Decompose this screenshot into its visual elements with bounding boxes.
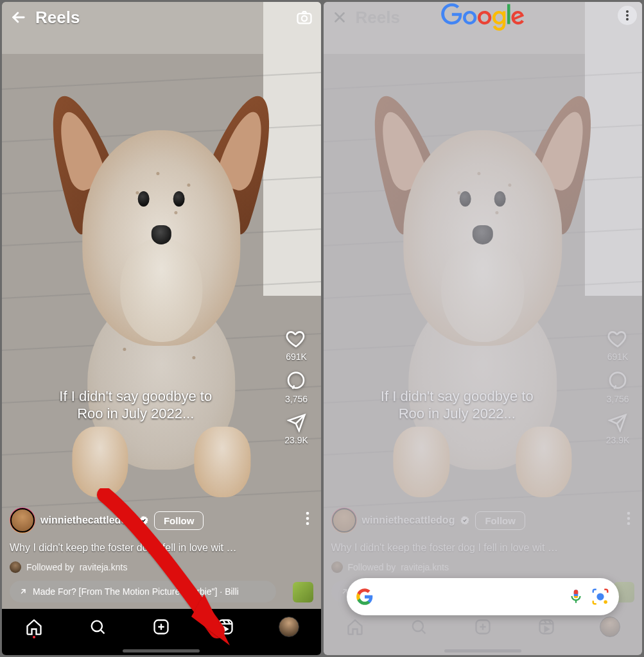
- comment-count: 3,756: [285, 394, 308, 404]
- more-options-icon: [627, 511, 631, 528]
- followed-by-prefix: Followed by: [348, 562, 396, 572]
- reels-title: Reels: [356, 8, 400, 28]
- followed-by-user: raviteja.knts: [80, 562, 128, 572]
- share-button: 23.9K: [606, 413, 630, 445]
- nav-profile-avatar[interactable]: [275, 613, 303, 641]
- google-search-bar[interactable]: [347, 578, 620, 615]
- follow-button[interactable]: Follow: [154, 511, 204, 530]
- svg-point-13: [627, 512, 631, 515]
- description-text: Why I didn't keep the foster dog I fell …: [331, 542, 598, 554]
- followed-by-prefix: Followed by: [26, 562, 74, 572]
- reels-header: Reels: [2, 2, 321, 33]
- svg-point-16: [596, 593, 604, 600]
- camera-icon[interactable]: [295, 8, 313, 26]
- svg-point-9: [626, 10, 629, 13]
- account-row[interactable]: winniethecattledog Follow: [10, 508, 204, 533]
- author-avatar: [331, 508, 357, 533]
- svg-point-18: [413, 621, 423, 631]
- reel-video-frame[interactable]: [2, 2, 321, 655]
- follower-avatar: [10, 561, 21, 573]
- svg-point-1: [301, 16, 306, 21]
- nav-search-icon[interactable]: [83, 613, 112, 641]
- svg-point-3: [306, 512, 309, 515]
- google-mic-icon[interactable]: [568, 588, 584, 605]
- verified-badge-icon: [139, 515, 149, 525]
- caption-overlay: If I didn't say goodbye to Roo in July 2…: [2, 388, 270, 423]
- svg-rect-20: [540, 620, 553, 634]
- svg-point-4: [306, 517, 309, 520]
- gesture-home-indicator[interactable]: [123, 649, 200, 653]
- gesture-home-indicator[interactable]: [444, 649, 521, 653]
- audio-pill[interactable]: Made For? [From The Motion Picture "Barb…: [10, 581, 276, 602]
- svg-point-15: [627, 522, 631, 525]
- account-row: winniethecattledog Follow: [331, 508, 525, 533]
- comparison-stage: Reels If I didn't say goodbye to Roo in …: [0, 0, 644, 657]
- audio-album-art[interactable]: [293, 582, 313, 602]
- like-count: 691K: [286, 352, 307, 362]
- svg-point-10: [626, 14, 629, 17]
- share-button[interactable]: 23.9K: [284, 413, 308, 445]
- google-search-input[interactable]: [380, 589, 562, 605]
- author-avatar[interactable]: [10, 508, 35, 533]
- followed-by-row[interactable]: Followed by raviteja.knts: [10, 561, 127, 573]
- caption-line-1: If I didn't say goodbye to: [336, 388, 579, 405]
- action-rail: 691K 3,756 23.9K: [277, 328, 316, 445]
- google-g-icon: [356, 588, 374, 606]
- audio-row[interactable]: Made For? [From The Motion Picture "Barb…: [10, 581, 276, 602]
- follow-button: Follow: [475, 511, 525, 530]
- nav-profile-avatar: [596, 613, 624, 641]
- comment-button[interactable]: 3,756: [285, 371, 308, 404]
- comment-count: 3,756: [606, 394, 629, 404]
- phone-left: Reels If I didn't say goodbye to Roo in …: [2, 2, 321, 655]
- share-count: 23.9K: [606, 435, 630, 445]
- nav-search-icon: [405, 613, 433, 641]
- bottom-nav-bar: [324, 609, 643, 655]
- caption-line-2: Roo in July 2022...: [336, 405, 579, 423]
- like-button: 691K: [607, 328, 629, 362]
- more-options-icon[interactable]: [306, 511, 309, 528]
- share-count: 23.9K: [284, 435, 308, 445]
- author-username: winniethecattledog: [362, 515, 455, 526]
- nav-create-icon[interactable]: [147, 613, 175, 641]
- close-icon[interactable]: [331, 9, 348, 26]
- svg-point-11: [626, 18, 629, 21]
- verified-badge-icon: [460, 515, 470, 525]
- action-rail: 691K 3,756 23.9K: [598, 328, 637, 445]
- svg-point-6: [92, 621, 102, 631]
- audio-text: Made For? [From The Motion Picture "Barb…: [33, 586, 239, 597]
- back-arrow-icon[interactable]: [10, 8, 28, 26]
- caption-line-1: If I didn't say goodbye to: [15, 388, 257, 405]
- nav-home-icon: [341, 613, 369, 641]
- svg-rect-8: [218, 620, 232, 634]
- followed-by-user: raviteja.knts: [401, 562, 449, 572]
- description-text[interactable]: Why I didn't keep the foster dog I fell …: [10, 542, 276, 554]
- phone-right: Reels If I didn't say goodbye to Roo in: [324, 2, 643, 655]
- like-count: 691K: [607, 352, 629, 362]
- nav-reels-icon[interactable]: [211, 613, 239, 641]
- svg-point-14: [627, 517, 631, 520]
- followed-by-row: Followed by raviteja.knts: [331, 561, 449, 573]
- svg-rect-0: [297, 13, 311, 23]
- nav-reels-icon: [532, 613, 561, 641]
- svg-point-12: [610, 373, 625, 388]
- google-logo-text: [438, 3, 528, 34]
- svg-point-17: [604, 600, 607, 604]
- author-username[interactable]: winniethecattledog: [40, 515, 134, 526]
- like-button[interactable]: 691K: [286, 328, 307, 362]
- svg-point-5: [306, 522, 309, 525]
- reel-video-frame: [324, 2, 643, 655]
- bottom-nav-bar: [2, 609, 321, 655]
- svg-point-2: [288, 373, 304, 388]
- caption-line-2: Roo in July 2022...: [15, 405, 257, 423]
- nav-create-icon: [469, 613, 497, 641]
- follower-avatar: [331, 561, 343, 573]
- google-lens-icon[interactable]: [591, 587, 610, 606]
- overflow-menu-icon[interactable]: [618, 6, 637, 25]
- caption-overlay: If I didn't say goodbye to Roo in July 2…: [324, 388, 591, 423]
- reels-title: Reels: [35, 8, 80, 28]
- comment-button: 3,756: [606, 371, 629, 404]
- arrow-up-right-icon: [19, 587, 28, 596]
- nav-home-icon[interactable]: [20, 613, 48, 641]
